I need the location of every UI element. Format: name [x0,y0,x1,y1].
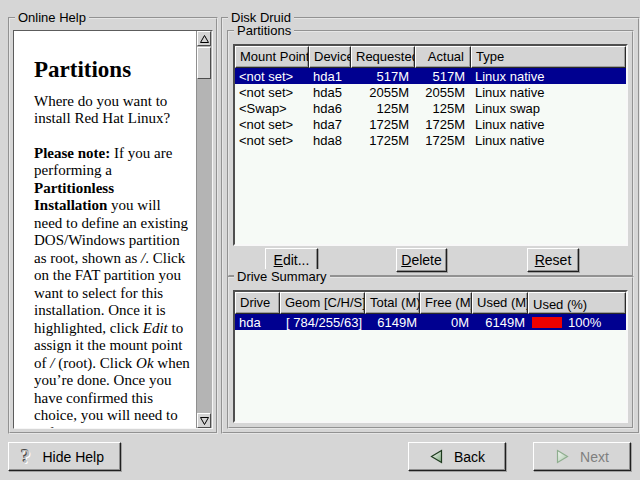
help-note-italic: Ok [136,355,154,371]
column-header-type[interactable]: Type [471,46,626,68]
cell-actual: 517M [415,69,471,84]
used-percent-value: 100% [568,315,601,330]
edit-button-label: dit... [283,252,309,268]
edit-button-label: E [274,252,283,268]
cell-actual: 125M [415,101,471,116]
drive-summary-table: Drive Geom [C/H/S] Total (M) Free (M) Us… [233,290,628,423]
drive-summary-frame: Drive Summary Drive Geom [C/H/S] Total (… [227,276,634,429]
partitions-table-body: <not set>hda1517M517MLinux native<not se… [235,68,626,244]
disk-druid-frame: Disk Druid Partitions Mount Point Device… [221,17,640,434]
column-header-geom[interactable]: Geom [C/H/S] [280,292,365,314]
column-header-free[interactable]: Free (M) [420,292,472,314]
cell-actual: 2055M [415,85,471,100]
cell-device: hda6 [309,101,351,116]
cell-requested: 1725M [351,133,415,148]
column-header-total[interactable]: Total (M) [365,292,420,314]
help-content: Partitions Where do you want to install … [14,31,196,428]
partitions-table-header: Mount Point Device Requested Actual Type [235,46,626,68]
delete-button-label: elete [411,252,441,268]
cell-device: hda7 [309,117,351,132]
drive-summary-table-header: Drive Geom [C/H/S] Total (M) Free (M) Us… [235,292,626,314]
help-scrollbar[interactable] [196,31,212,428]
column-header-drive[interactable]: Drive [235,292,280,314]
back-arrow-icon [429,449,444,464]
next-arrow-icon [555,449,570,464]
help-note-text: (root). Click [54,355,136,371]
column-header-actual[interactable]: Actual [415,46,471,68]
cell-type: Linux native [471,117,626,132]
cell-used-m: 6149M [472,315,528,330]
cell-device: hda1 [309,69,351,84]
cell-mount-point: <not set> [235,117,309,132]
partition-row[interactable]: <not set>hda52055M2055MLinux native [235,84,626,100]
help-note-bold: Please note: [34,145,110,161]
cell-geom: [ 784/255/63] [280,315,365,330]
cell-device: hda5 [309,85,351,100]
next-button[interactable]: Next [533,442,631,471]
cell-total: 6149M [365,315,420,330]
back-button-label: Back [454,449,485,465]
column-header-requested[interactable]: Requested [351,46,415,68]
installer-screen: Online Help Partitions Where do you want… [0,0,640,480]
online-help-frame: Online Help Partitions Where do you want… [8,17,218,434]
cell-mount-point: <not set> [235,69,309,84]
online-help-frame-label: Online Help [15,10,89,25]
help-note-italic: Edit [143,320,168,336]
cell-type: Linux native [471,69,626,84]
hide-help-button-label: Hide Help [43,449,104,465]
help-paragraph-note: Please note: If you are performing a Par… [34,145,190,429]
reset-button[interactable]: Reset [527,248,579,272]
column-header-used-pct[interactable]: Used (%) [528,292,626,314]
used-percent-bar [532,317,562,328]
reset-button-label: eset [545,252,571,268]
column-header-mount-point[interactable]: Mount Point [235,46,309,68]
cell-type: Linux swap [471,101,626,116]
scroll-up-icon[interactable] [197,31,211,46]
cell-actual: 1725M [415,117,471,132]
delete-button[interactable]: Delete [396,248,447,272]
drive-summary-frame-label: Drive Summary [234,269,330,284]
partitions-frame-label: Partitions [234,23,294,38]
delete-button-label: D [401,252,411,268]
partition-row[interactable]: <not set>hda81725M1725MLinux native [235,132,626,148]
back-button[interactable]: Back [408,442,506,471]
partition-row[interactable]: <Swap>hda6125M125MLinux swap [235,100,626,116]
cell-used-pct: 100% [528,315,626,330]
cell-device: hda8 [309,133,351,148]
cell-mount-point: <not set> [235,133,309,148]
cell-drive: hda [235,315,280,330]
cell-requested: 125M [351,101,415,116]
cell-requested: 2055M [351,85,415,100]
cell-requested: 517M [351,69,415,84]
partition-row[interactable]: <not set>hda71725M1725MLinux native [235,116,626,132]
partitions-frame: Partitions Mount Point Device Requested … [227,30,634,277]
scroll-down-icon[interactable] [197,413,211,428]
reset-button-label: R [535,252,545,268]
help-text-panel: Partitions Where do you want to install … [13,30,213,429]
cell-type: Linux native [471,133,626,148]
next-button-label: Next [580,449,609,465]
partition-row[interactable]: <not set>hda1517M517MLinux native [235,68,626,84]
help-paragraph-intro: Where do you want to install Red Hat Lin… [34,93,190,128]
cell-free: 0M [420,315,472,330]
column-header-device[interactable]: Device [309,46,351,68]
scrollbar-thumb[interactable] [197,47,211,79]
cell-requested: 1725M [351,117,415,132]
question-mark-icon: ? [21,447,31,466]
cell-mount-point: <not set> [235,85,309,100]
hide-help-button[interactable]: ? Hide Help [8,442,121,471]
help-note-bold: Partitionless Installation [34,180,114,214]
column-header-used-m[interactable]: Used (M) [472,292,528,314]
partitions-table: Mount Point Device Requested Actual Type… [233,44,628,246]
drive-row[interactable]: hda[ 784/255/63]6149M0M6149M100% [235,314,626,330]
cell-mount-point: <Swap> [235,101,309,116]
cell-type: Linux native [471,85,626,100]
cell-actual: 1725M [415,133,471,148]
help-title: Partitions [34,61,190,79]
drive-summary-table-body: hda[ 784/255/63]6149M0M6149M100% [235,314,626,421]
